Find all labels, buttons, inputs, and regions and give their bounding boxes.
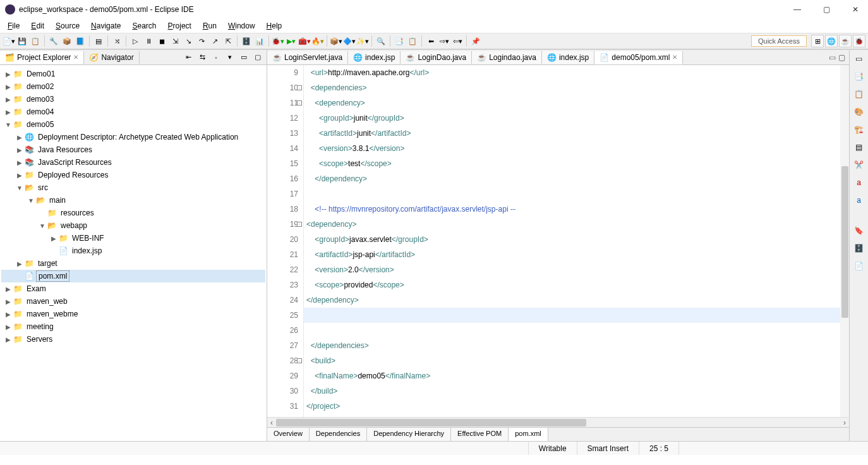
horizontal-scrollbar[interactable]: ‹ ›: [267, 417, 849, 427]
code-line[interactable]: <finalName>demo05</finalName>: [304, 368, 849, 383]
editor-tab[interactable]: 🌐index.jsp: [542, 51, 594, 64]
code-line[interactable]: <version>3.8.1</version>: [304, 141, 849, 156]
toggle-c-icon[interactable]: 📘: [74, 35, 87, 47]
stop-icon[interactable]: ◼: [155, 35, 168, 47]
menu-help[interactable]: Help: [262, 20, 287, 32]
run-ext-dropdown[interactable]: 🧰▾: [298, 35, 311, 47]
prev-annotation-dropdown[interactable]: ⇦▾: [451, 35, 464, 47]
hscroll-thumb[interactable]: [276, 419, 586, 426]
menu-window[interactable]: Window: [223, 20, 260, 32]
run-dropdown[interactable]: ▶▾: [285, 35, 298, 47]
code-line[interactable]: <scope>provided</scope>: [304, 277, 849, 293]
code-line[interactable]: <url>http://maven.apache.org</url>: [304, 65, 849, 80]
tree-node[interactable]: ▶📁Demo01: [1, 68, 265, 80]
tree-node[interactable]: ▶📁maven_webme: [1, 308, 265, 320]
code-area[interactable]: <url>http://maven.apache.org</url> <depe…: [304, 65, 849, 417]
expand-arrow-icon[interactable]: ▶: [4, 109, 13, 116]
minimize-button[interactable]: —: [790, 5, 805, 14]
outline-icon[interactable]: 📑: [853, 70, 865, 83]
collapse-all-icon[interactable]: ⇤: [182, 51, 195, 64]
editor-tab[interactable]: 🌐index.jsp: [348, 51, 401, 64]
tree-node[interactable]: ▶📁meeting: [1, 320, 265, 333]
menu-project[interactable]: Project: [163, 20, 196, 32]
perspective-java-icon[interactable]: ☕: [839, 35, 852, 47]
open-task-icon[interactable]: 📋: [406, 35, 419, 47]
expand-arrow-icon[interactable]: ▼: [4, 121, 13, 128]
expand-arrow-icon[interactable]: ▶: [15, 134, 24, 141]
marker-b-icon[interactable]: a: [853, 194, 865, 207]
properties-icon[interactable]: 📄: [853, 260, 865, 272]
tree-node[interactable]: ▶📁WEB-INF: [1, 232, 265, 245]
tree-node[interactable]: ▶📁maven_web: [1, 295, 265, 308]
project-tree[interactable]: ▶📁Demo01▶📁demo02▶📁demo03▶📁demo04▼📁demo05…: [0, 65, 267, 441]
new-class-dropdown[interactable]: 🔷▾: [343, 35, 356, 47]
tree-node[interactable]: ▶📁demo02: [1, 80, 265, 93]
code-line[interactable]: [304, 186, 849, 202]
quick-access[interactable]: Quick Access: [751, 35, 807, 47]
open-type-icon[interactable]: 📑: [393, 35, 406, 47]
code-line[interactable]: <build>: [304, 353, 849, 368]
code-editor[interactable]: 910-11-1213141516171819-2021222324252627…: [267, 65, 849, 417]
disconnect-icon[interactable]: ⇲: [169, 35, 181, 47]
palette-icon[interactable]: 🎨: [853, 106, 865, 118]
code-line[interactable]: [304, 323, 849, 338]
code-line[interactable]: </dependency>: [304, 171, 849, 186]
code-line[interactable]: <version>2.0</version>: [304, 262, 849, 277]
expand-arrow-icon[interactable]: ▶: [4, 71, 13, 78]
code-line[interactable]: </project>: [304, 399, 849, 414]
editor-tab[interactable]: ☕LoginServlet.java: [267, 51, 348, 64]
expand-arrow-icon[interactable]: ▶: [4, 83, 13, 90]
menu-edit[interactable]: Edit: [26, 20, 49, 32]
focus-task-icon[interactable]: ◦: [210, 51, 222, 64]
pom-tab-dependencies[interactable]: Dependencies: [310, 428, 367, 441]
task-list-icon[interactable]: 📋: [853, 88, 865, 100]
snippets-icon[interactable]: ✂️: [853, 159, 865, 171]
toggle-d-icon[interactable]: ▤: [92, 35, 105, 47]
code-line[interactable]: <dependency>: [304, 95, 849, 111]
servers-view-icon[interactable]: 🗄️: [853, 242, 865, 255]
expand-arrow-icon[interactable]: ▶: [15, 260, 24, 267]
tree-node[interactable]: ▶📁target: [1, 257, 265, 270]
minimap-icon[interactable]: ▤: [853, 141, 865, 154]
expand-arrow-icon[interactable]: ▼: [15, 184, 24, 191]
maximize-button[interactable]: ▢: [819, 5, 834, 14]
toggle-b-icon[interactable]: 📦: [61, 35, 73, 47]
minimize-view-icon[interactable]: ▭: [238, 51, 250, 64]
expand-arrow-icon[interactable]: ▶: [4, 286, 13, 293]
save-all-button[interactable]: 📋: [29, 35, 42, 47]
step-into-icon[interactable]: ↘: [182, 35, 195, 47]
server-profile-icon[interactable]: 📊: [253, 35, 266, 47]
menu-run[interactable]: Run: [198, 20, 222, 32]
fold-icon[interactable]: -: [297, 85, 302, 90]
maximize-view-icon[interactable]: ▢: [251, 51, 264, 64]
view-menu-icon[interactable]: ▾: [224, 51, 236, 64]
resume-icon[interactable]: ▷: [129, 35, 142, 47]
editor-tab[interactable]: 📄demo05/pom.xml✕: [594, 51, 683, 64]
code-line[interactable]: <scope>test</scope>: [304, 156, 849, 171]
tree-node[interactable]: 📄index.jsp: [1, 245, 265, 257]
expand-arrow-icon[interactable]: ▶: [15, 159, 24, 166]
code-line[interactable]: <dependencies>: [304, 80, 849, 95]
fold-icon[interactable]: -: [297, 100, 302, 106]
code-line[interactable]: <groupId>javax.servlet</groupId>: [304, 232, 849, 247]
drop-frame-icon[interactable]: ⇱: [222, 35, 234, 47]
coverage-dropdown[interactable]: 🔥▾: [311, 35, 324, 47]
debug-dropdown[interactable]: 🐞▾: [272, 35, 284, 47]
tree-node[interactable]: ▶📁Exam: [1, 282, 265, 295]
marker-a-icon[interactable]: a: [853, 176, 865, 189]
menu-navigate[interactable]: Navigate: [86, 20, 126, 32]
link-editor-icon[interactable]: ⇆: [196, 51, 208, 64]
expand-arrow-icon[interactable]: ▼: [27, 197, 35, 204]
expand-arrow-icon[interactable]: ▶: [4, 298, 13, 305]
tree-node[interactable]: ▶📁Deployed Resources: [1, 169, 265, 181]
code-line[interactable]: <artifactId>junit</artifactId>: [304, 126, 849, 141]
code-line[interactable]: <dependency>: [304, 217, 849, 232]
expand-arrow-icon[interactable]: ▶: [49, 235, 58, 242]
menu-source[interactable]: Source: [51, 20, 85, 32]
perspective-jee-icon[interactable]: 🌐: [825, 35, 838, 47]
toggle-a-icon[interactable]: 🔧: [47, 35, 60, 47]
tab-navigator[interactable]: 🧭 Navigator: [84, 51, 139, 64]
expand-arrow-icon[interactable]: ▶: [15, 147, 24, 154]
tree-node[interactable]: ▼📂webapp: [1, 219, 265, 232]
tree-node[interactable]: 📁resources: [1, 207, 265, 219]
